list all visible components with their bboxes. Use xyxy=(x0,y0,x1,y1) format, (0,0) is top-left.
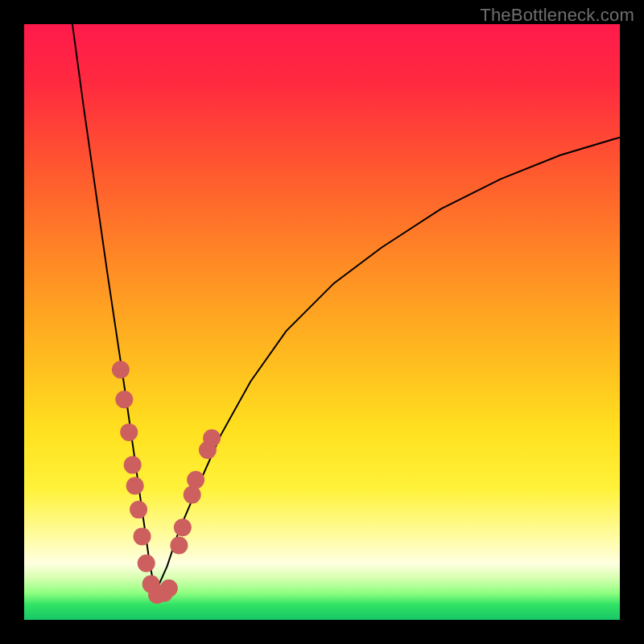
data-marker xyxy=(124,456,142,474)
data-marker xyxy=(170,537,188,555)
data-marker xyxy=(134,527,151,545)
data-marker xyxy=(138,555,155,572)
data-marker xyxy=(112,361,130,378)
data-marker xyxy=(120,423,138,441)
data-marker xyxy=(115,390,133,408)
data-marker xyxy=(187,471,204,489)
data-marker xyxy=(203,429,221,447)
data-marker xyxy=(174,518,192,536)
bottleneck-chart xyxy=(24,24,620,620)
watermark-text: TheBottleneck.com xyxy=(480,5,634,26)
data-marker xyxy=(130,501,147,518)
chart-frame xyxy=(24,24,620,620)
chart-bg-gradient xyxy=(24,24,620,620)
data-marker xyxy=(184,486,201,504)
data-marker xyxy=(160,580,178,597)
data-marker xyxy=(126,477,144,495)
